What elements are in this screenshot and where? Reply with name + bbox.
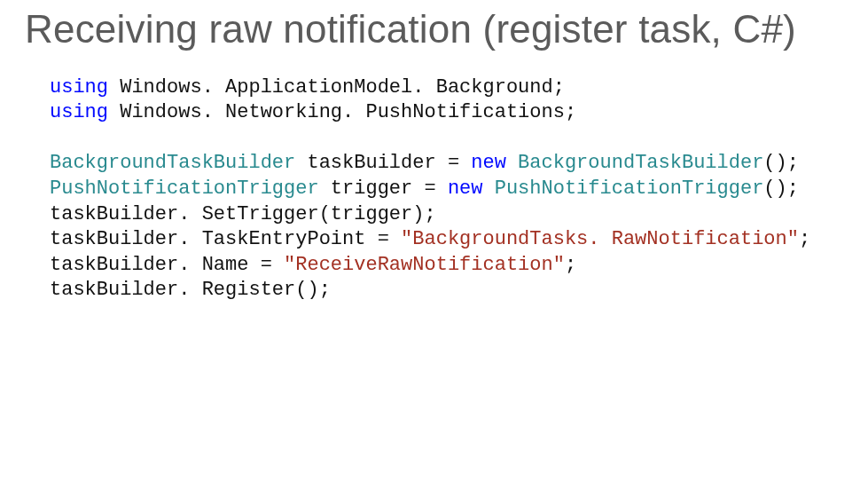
- string-literal: "ReceiveRawNotification": [284, 254, 565, 276]
- type-name: PushNotificationTrigger: [50, 177, 319, 200]
- code-text: Windows. ApplicationModel. Background;: [108, 76, 565, 99]
- type-name: BackgroundTaskBuilder: [518, 152, 763, 174]
- string-literal: "BackgroundTasks. RawNotification": [401, 228, 799, 250]
- slide-title: Receiving raw notification (register tas…: [25, 7, 843, 52]
- code-text: ();: [763, 177, 799, 200]
- keyword-new: new: [448, 177, 483, 200]
- keyword-using: using: [50, 76, 108, 99]
- slide: Receiving raw notification (register tas…: [0, 0, 868, 489]
- keyword-using: using: [50, 101, 108, 123]
- type-name: PushNotificationTrigger: [495, 177, 764, 200]
- code-text: taskBuilder. SetTrigger(trigger);: [50, 203, 436, 225]
- code-block: using Windows. ApplicationModel. Backgro…: [50, 75, 843, 304]
- code-text: trigger =: [319, 177, 448, 200]
- code-text: Windows. Networking. PushNotifications;: [108, 101, 576, 123]
- code-text: ();: [763, 152, 799, 174]
- code-text: taskBuilder. TaskEntryPoint =: [50, 228, 401, 250]
- code-text: ;: [565, 254, 576, 276]
- code-text: taskBuilder =: [295, 152, 471, 174]
- code-text: taskBuilder. Name =: [50, 254, 284, 276]
- type-name: BackgroundTaskBuilder: [50, 152, 295, 174]
- keyword-new: new: [471, 152, 506, 174]
- code-text: taskBuilder. Register();: [50, 279, 331, 301]
- code-text: ;: [799, 228, 810, 250]
